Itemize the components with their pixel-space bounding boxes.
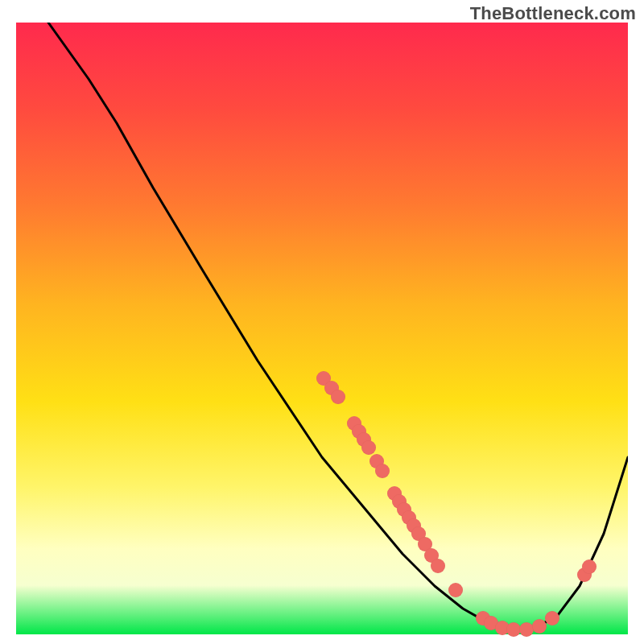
data-dot [392,494,407,509]
data-dot [324,381,339,395]
data-dot [532,619,547,634]
data-dot [387,486,402,501]
data-dot [418,537,432,551]
data-dot [402,510,416,525]
data-dot [495,621,510,635]
data-dot [352,424,366,439]
data-dot [407,518,421,533]
data-dot [431,559,445,573]
data-dot [545,611,559,625]
data-dot [484,616,498,630]
dots-layer [16,23,628,634]
data-dot [577,568,592,582]
data-dot [506,622,521,637]
data-dot [448,583,463,597]
data-dot [361,440,376,455]
data-dot [411,526,426,541]
data-dot [476,611,490,625]
data-dot [397,502,411,517]
plot-area [16,23,628,634]
data-dot [316,371,331,386]
data-dot [357,432,371,447]
data-dot [519,622,534,637]
data-dot [424,548,439,563]
data-dot [369,454,384,469]
watermark-text: TheBottleneck.com [470,3,636,24]
data-dot [582,559,597,574]
data-dot [347,416,361,431]
data-dot [375,464,390,478]
data-dot [331,390,345,404]
stage: TheBottleneck.com [0,0,644,644]
